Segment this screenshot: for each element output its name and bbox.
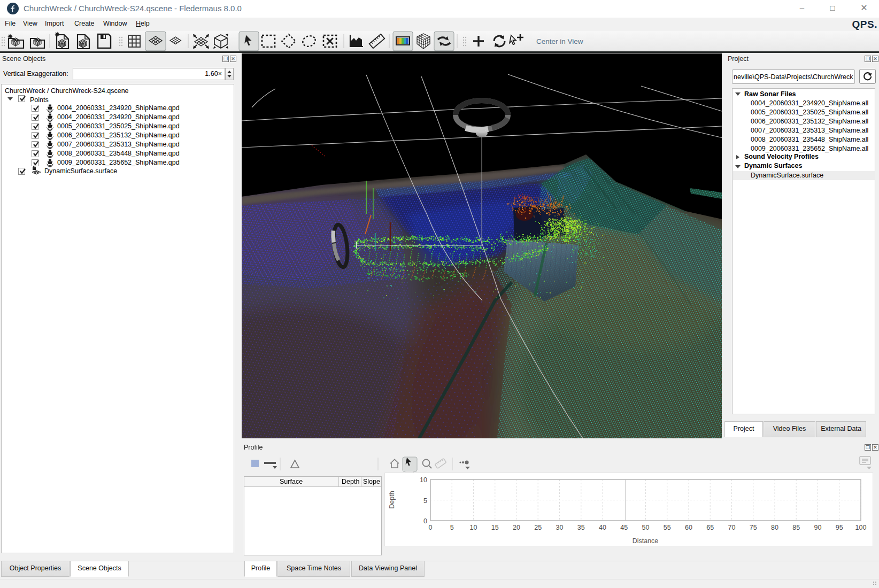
- svg-text:55: 55: [664, 524, 671, 531]
- svg-text:10: 10: [470, 524, 477, 531]
- svg-text:10: 10: [420, 476, 427, 484]
- svg-text:5: 5: [450, 524, 454, 531]
- svg-text:25: 25: [534, 524, 542, 531]
- svg-text:45: 45: [620, 524, 628, 531]
- svg-text:100: 100: [855, 524, 867, 531]
- svg-text:0: 0: [429, 524, 433, 531]
- svg-text:75: 75: [750, 524, 757, 531]
- svg-text:85: 85: [792, 524, 800, 531]
- svg-text:50: 50: [642, 524, 650, 531]
- svg-text:90: 90: [814, 524, 822, 531]
- svg-text:20: 20: [513, 524, 520, 531]
- svg-text:15: 15: [491, 524, 499, 531]
- svg-text:0: 0: [423, 517, 427, 525]
- svg-text:30: 30: [556, 524, 564, 531]
- svg-text:Depth: Depth: [388, 491, 396, 508]
- svg-text:40: 40: [599, 524, 606, 531]
- svg-text:70: 70: [728, 524, 736, 531]
- svg-text:60: 60: [685, 524, 692, 531]
- svg-text:65: 65: [706, 524, 714, 531]
- svg-text:35: 35: [577, 524, 585, 531]
- svg-text:5: 5: [423, 497, 427, 505]
- svg-text:Center in View: Center in View: [536, 37, 583, 45]
- svg-text:Distance: Distance: [633, 537, 659, 545]
- svg-text:80: 80: [771, 524, 778, 531]
- svg-text:95: 95: [836, 524, 843, 531]
